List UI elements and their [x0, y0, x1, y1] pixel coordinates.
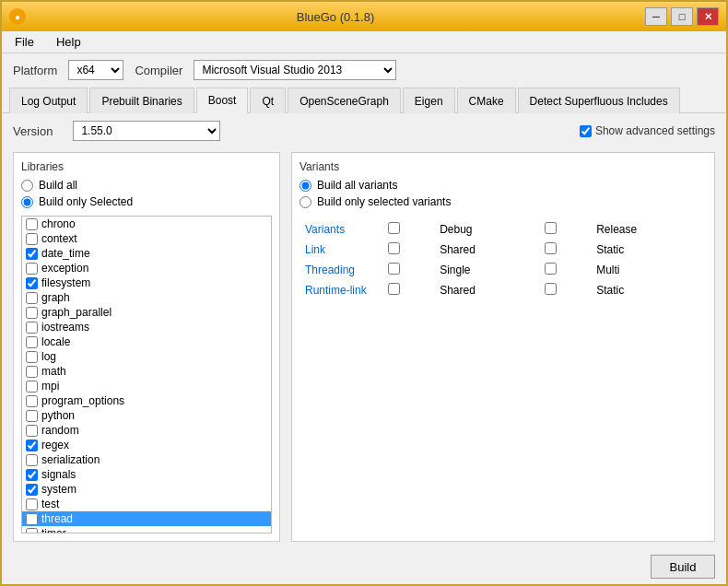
- list-item[interactable]: iostreams: [22, 320, 271, 334]
- lib-checkbox-thread[interactable]: [26, 513, 38, 525]
- advanced-settings-label[interactable]: Show advanced settings: [595, 124, 715, 137]
- lib-checkbox-regex[interactable]: [26, 440, 38, 451]
- build-selected-variants-label[interactable]: Build only selected variants: [317, 195, 451, 208]
- lib-label-regex: regex: [41, 439, 69, 451]
- minimize-button[interactable]: ─: [645, 7, 667, 26]
- variants-row: VariantsDebugRelease: [299, 219, 707, 240]
- lib-checkbox-log[interactable]: [26, 351, 38, 363]
- variant-chk-2-0[interactable]: [388, 263, 400, 275]
- variant-chk-3-1[interactable]: [545, 283, 557, 295]
- build-all-variants-label[interactable]: Build all variants: [317, 179, 397, 192]
- list-item[interactable]: locale: [22, 334, 271, 349]
- variants-row-label: Threading: [299, 260, 382, 280]
- list-item[interactable]: chrono: [22, 217, 271, 231]
- lib-label-date_time: date_time: [41, 247, 90, 260]
- version-select[interactable]: 1.55.0 1.56.0 1.57.0: [73, 121, 220, 141]
- variants-cell-checkbox[interactable]: [539, 280, 591, 300]
- lib-checkbox-locale[interactable]: [26, 336, 38, 348]
- lib-checkbox-timer[interactable]: [26, 528, 38, 534]
- tab-boost[interactable]: Boost: [196, 88, 249, 113]
- lib-checkbox-mpi[interactable]: [26, 381, 38, 393]
- lib-checkbox-filesystem[interactable]: [26, 277, 38, 289]
- variants-row: ThreadingSingleMulti: [299, 260, 707, 280]
- lib-checkbox-graph[interactable]: [26, 292, 38, 304]
- libraries-panel: Libraries Build all Build only Selected …: [13, 152, 280, 542]
- lib-checkbox-python[interactable]: [26, 410, 38, 422]
- tab-eigen[interactable]: Eigen: [403, 88, 455, 113]
- variant-chk-1-0[interactable]: [388, 242, 400, 254]
- lib-label-log: log: [41, 350, 56, 363]
- list-item[interactable]: test: [22, 497, 271, 511]
- lib-checkbox-exception[interactable]: [26, 263, 38, 275]
- variants-cell-checkbox[interactable]: [539, 219, 591, 240]
- lib-checkbox-test[interactable]: [26, 498, 38, 510]
- variants-cell-checkbox[interactable]: [382, 219, 434, 240]
- lib-checkbox-serialization[interactable]: [26, 454, 38, 466]
- lib-checkbox-math[interactable]: [26, 366, 38, 378]
- variant-chk-0-1[interactable]: [545, 222, 557, 234]
- platform-select[interactable]: x64 x86: [68, 60, 123, 80]
- libraries-list[interactable]: chronocontextdate_timeexceptionfilesyste…: [21, 216, 272, 533]
- build-selected-variants-radio[interactable]: [299, 196, 311, 208]
- build-button[interactable]: Build: [651, 555, 715, 579]
- tab-log-output[interactable]: Log Output: [9, 88, 88, 113]
- list-item[interactable]: graph: [22, 290, 271, 305]
- lib-checkbox-chrono[interactable]: [26, 218, 38, 230]
- tab-prebuilt-binaries[interactable]: Prebuilt Binaries: [89, 88, 194, 113]
- list-item[interactable]: date_time: [22, 246, 271, 261]
- list-item[interactable]: python: [22, 408, 271, 423]
- lib-checkbox-date_time[interactable]: [26, 248, 38, 260]
- list-item[interactable]: context: [22, 231, 271, 246]
- list-item[interactable]: serialization: [22, 452, 271, 467]
- tab-qt[interactable]: Qt: [250, 88, 286, 113]
- list-item[interactable]: log: [22, 349, 271, 364]
- compiler-select[interactable]: Microsoft Visual Studio 2013: [194, 60, 396, 80]
- panels-row: Libraries Build all Build only Selected …: [13, 152, 715, 542]
- menu-help[interactable]: Help: [51, 33, 87, 51]
- lib-checkbox-signals[interactable]: [26, 469, 38, 481]
- list-item[interactable]: math: [22, 364, 271, 379]
- variant-chk-1-1[interactable]: [545, 242, 557, 254]
- build-selected-label[interactable]: Build only Selected: [39, 195, 133, 208]
- lib-checkbox-iostreams[interactable]: [26, 322, 38, 334]
- list-item[interactable]: program_options: [22, 393, 271, 408]
- list-item[interactable]: regex: [22, 438, 271, 452]
- close-button[interactable]: ✕: [697, 7, 719, 26]
- list-item[interactable]: exception: [22, 261, 271, 275]
- variants-cell-checkbox[interactable]: [382, 260, 434, 280]
- variants-cell-checkbox[interactable]: [382, 240, 434, 260]
- list-item[interactable]: timer: [22, 526, 271, 533]
- build-selected-radio[interactable]: [21, 196, 33, 208]
- variant-chk-0-0[interactable]: [388, 222, 400, 234]
- list-item[interactable]: graph_parallel: [22, 305, 271, 320]
- lib-checkbox-graph_parallel[interactable]: [26, 307, 38, 319]
- variant-chk-2-1[interactable]: [545, 263, 557, 275]
- lib-checkbox-context[interactable]: [26, 233, 38, 245]
- list-item[interactable]: mpi: [22, 379, 271, 393]
- tab-openscenegraph[interactable]: OpenSceneGraph: [288, 88, 401, 113]
- tab-detect-superfluous[interactable]: Detect Superfluous Includes: [518, 88, 680, 113]
- variants-cell-checkbox[interactable]: [382, 280, 434, 300]
- list-item[interactable]: filesystem: [22, 275, 271, 290]
- list-item[interactable]: thread: [22, 511, 271, 526]
- variants-row: Runtime-linkSharedStatic: [299, 280, 707, 300]
- lib-checkbox-program_options[interactable]: [26, 395, 38, 407]
- menu-file[interactable]: File: [9, 33, 40, 51]
- list-item[interactable]: signals: [22, 467, 271, 482]
- lib-checkbox-system[interactable]: [26, 484, 38, 496]
- tab-cmake[interactable]: CMake: [457, 88, 516, 113]
- build-all-label[interactable]: Build all: [39, 179, 77, 192]
- variants-cell-checkbox[interactable]: [539, 240, 591, 260]
- variant-chk-3-0[interactable]: [388, 283, 400, 295]
- lib-label-iostreams: iostreams: [41, 321, 89, 334]
- variants-row-label: Runtime-link: [299, 280, 382, 300]
- variants-cell-checkbox[interactable]: [539, 260, 591, 280]
- maximize-button[interactable]: □: [671, 7, 693, 26]
- advanced-settings-checkbox[interactable]: [580, 125, 592, 137]
- list-item[interactable]: random: [22, 423, 271, 438]
- build-all-variants-radio[interactable]: [299, 180, 311, 192]
- build-all-radio[interactable]: [21, 180, 33, 192]
- lib-checkbox-random[interactable]: [26, 425, 38, 437]
- list-item[interactable]: system: [22, 482, 271, 497]
- app-icon: ●: [9, 8, 26, 25]
